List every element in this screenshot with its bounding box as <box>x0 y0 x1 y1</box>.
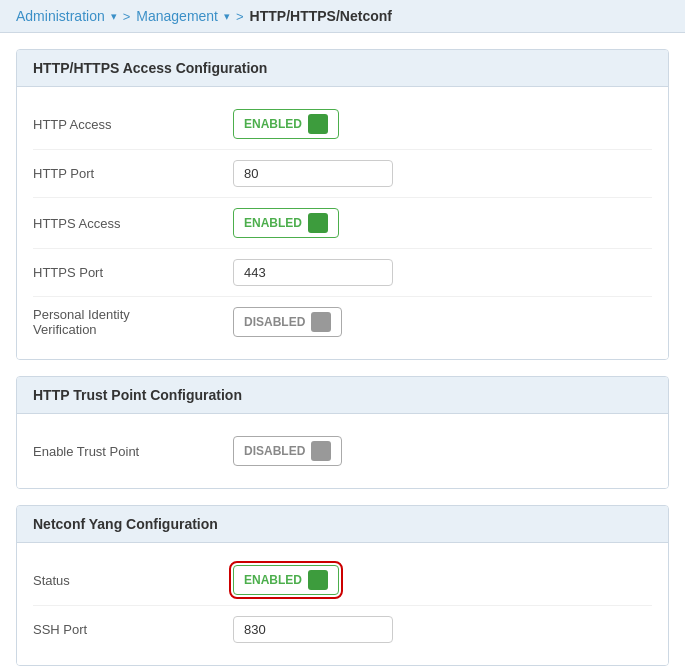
control-netconf-status: ENABLED <box>233 565 652 595</box>
form-row-https-port: HTTPS Port <box>33 249 652 297</box>
breadcrumb-mgmt-link[interactable]: Management <box>136 8 218 24</box>
toggle-text-piv: DISABLED <box>244 315 305 329</box>
control-ssh-port <box>233 616 652 643</box>
section-header-http-https: HTTP/HTTPS Access Configuration <box>17 50 668 87</box>
control-https-port <box>233 259 652 286</box>
breadcrumb: Administration ▾ > Management ▾ > HTTP/H… <box>0 0 685 33</box>
toggle-netconf-status[interactable]: ENABLED <box>233 565 339 595</box>
label-https-port: HTTPS Port <box>33 265 233 280</box>
section-body-trust-point: Enable Trust PointDISABLED <box>17 414 668 488</box>
breadcrumb-admin-arrow: ▾ <box>111 10 117 23</box>
toggle-indicator-https-access <box>308 213 328 233</box>
toggle-text-netconf-status: ENABLED <box>244 573 302 587</box>
label-enable-trust-point: Enable Trust Point <box>33 444 233 459</box>
label-http-access: HTTP Access <box>33 117 233 132</box>
form-row-ssh-port: SSH Port <box>33 606 652 653</box>
input-http-port[interactable] <box>233 160 393 187</box>
label-piv: Personal Identity Verification <box>33 307 233 337</box>
form-row-piv: Personal Identity VerificationDISABLED <box>33 297 652 347</box>
main-content: HTTP/HTTPS Access ConfigurationHTTP Acce… <box>0 33 685 666</box>
breadcrumb-mgmt-arrow: ▾ <box>224 10 230 23</box>
toggle-indicator-http-access <box>308 114 328 134</box>
section-header-netconf: Netconf Yang Configuration <box>17 506 668 543</box>
toggle-indicator-enable-trust-point <box>311 441 331 461</box>
input-https-port[interactable] <box>233 259 393 286</box>
toggle-text-https-access: ENABLED <box>244 216 302 230</box>
label-http-port: HTTP Port <box>33 166 233 181</box>
section-http-https: HTTP/HTTPS Access ConfigurationHTTP Acce… <box>16 49 669 360</box>
toggle-text-http-access: ENABLED <box>244 117 302 131</box>
section-body-http-https: HTTP AccessENABLEDHTTP PortHTTPS AccessE… <box>17 87 668 359</box>
breadcrumb-sep1: > <box>123 9 131 24</box>
toggle-enable-trust-point[interactable]: DISABLED <box>233 436 342 466</box>
toggle-indicator-netconf-status <box>308 570 328 590</box>
label-ssh-port: SSH Port <box>33 622 233 637</box>
breadcrumb-sep2: > <box>236 9 244 24</box>
form-row-enable-trust-point: Enable Trust PointDISABLED <box>33 426 652 476</box>
toggle-indicator-piv <box>311 312 331 332</box>
form-row-netconf-status: StatusENABLED <box>33 555 652 606</box>
breadcrumb-admin-link[interactable]: Administration <box>16 8 105 24</box>
section-netconf: Netconf Yang ConfigurationStatusENABLEDS… <box>16 505 669 666</box>
input-ssh-port[interactable] <box>233 616 393 643</box>
control-http-port <box>233 160 652 187</box>
breadcrumb-current: HTTP/HTTPS/Netconf <box>250 8 392 24</box>
section-body-netconf: StatusENABLEDSSH Port <box>17 543 668 665</box>
label-netconf-status: Status <box>33 573 233 588</box>
toggle-text-enable-trust-point: DISABLED <box>244 444 305 458</box>
control-enable-trust-point: DISABLED <box>233 436 652 466</box>
control-http-access: ENABLED <box>233 109 652 139</box>
toggle-http-access[interactable]: ENABLED <box>233 109 339 139</box>
form-row-http-access: HTTP AccessENABLED <box>33 99 652 150</box>
section-header-trust-point: HTTP Trust Point Configuration <box>17 377 668 414</box>
form-row-http-port: HTTP Port <box>33 150 652 198</box>
toggle-piv[interactable]: DISABLED <box>233 307 342 337</box>
control-piv: DISABLED <box>233 307 652 337</box>
toggle-https-access[interactable]: ENABLED <box>233 208 339 238</box>
form-row-https-access: HTTPS AccessENABLED <box>33 198 652 249</box>
section-trust-point: HTTP Trust Point ConfigurationEnable Tru… <box>16 376 669 489</box>
label-https-access: HTTPS Access <box>33 216 233 231</box>
control-https-access: ENABLED <box>233 208 652 238</box>
